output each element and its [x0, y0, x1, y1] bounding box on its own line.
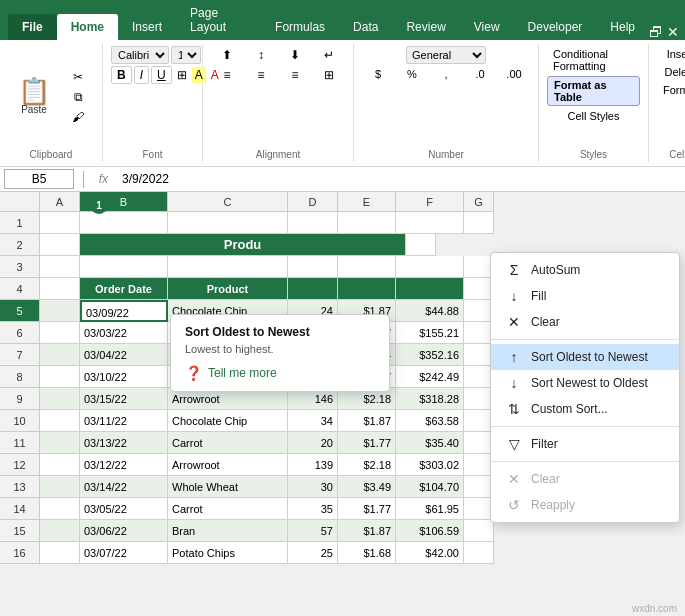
cell-c10[interactable]: Chocolate Chip: [168, 410, 288, 432]
cell-a4[interactable]: [40, 278, 80, 300]
cell-d10[interactable]: 34: [288, 410, 338, 432]
cell-b6[interactable]: 03/03/22: [80, 322, 168, 344]
cell-f14[interactable]: $61.95: [396, 498, 464, 520]
cell-d14[interactable]: 35: [288, 498, 338, 520]
cell-g2[interactable]: [406, 234, 436, 256]
row-header-2[interactable]: 2: [0, 234, 40, 256]
align-middle-button[interactable]: ↕: [245, 46, 277, 64]
cell-b15[interactable]: 03/06/22: [80, 520, 168, 542]
cell-a5[interactable]: [40, 300, 80, 322]
tab-formulas[interactable]: Formulas: [261, 14, 339, 40]
cell-f15[interactable]: $106.59: [396, 520, 464, 542]
cell-e4[interactable]: [338, 278, 396, 300]
cell-b4[interactable]: Order Date: [80, 278, 168, 300]
delete-cells-button[interactable]: Delete: [659, 64, 685, 80]
col-header-a[interactable]: A: [40, 192, 80, 212]
align-left-button[interactable]: ≡: [211, 66, 243, 84]
cell-reference-input[interactable]: [4, 169, 74, 189]
dropdown-item-filter[interactable]: ▽ Filter: [491, 431, 679, 457]
cell-d12[interactable]: 139: [288, 454, 338, 476]
tab-data[interactable]: Data: [339, 14, 392, 40]
row-header-13[interactable]: 13: [0, 476, 40, 498]
row-header-8[interactable]: 8: [0, 366, 40, 388]
cell-a8[interactable]: [40, 366, 80, 388]
cell-f10[interactable]: $63.58: [396, 410, 464, 432]
cell-e1[interactable]: [338, 212, 396, 234]
cell-d1[interactable]: [288, 212, 338, 234]
cell-f9[interactable]: $318.28: [396, 388, 464, 410]
cell-d3[interactable]: [288, 256, 338, 278]
cell-e12[interactable]: $2.18: [338, 454, 396, 476]
cell-a1[interactable]: [40, 212, 80, 234]
copy-button[interactable]: ⧉: [62, 88, 94, 106]
cell-c15[interactable]: Bran: [168, 520, 288, 542]
format-as-table-button[interactable]: Format as Table: [547, 76, 640, 106]
cell-styles-button[interactable]: Cell Styles: [562, 108, 626, 124]
cell-b11[interactable]: 03/13/22: [80, 432, 168, 454]
close-icon[interactable]: ✕: [667, 24, 679, 40]
cell-a6[interactable]: [40, 322, 80, 344]
cell-c16[interactable]: Potato Chips: [168, 542, 288, 564]
row-header-11[interactable]: 11: [0, 432, 40, 454]
row-header-14[interactable]: 14: [0, 498, 40, 520]
cell-e16[interactable]: $1.68: [338, 542, 396, 564]
col-header-c[interactable]: C: [168, 192, 288, 212]
format-painter-button[interactable]: 🖌: [62, 108, 94, 126]
number-format-select[interactable]: General: [406, 46, 486, 64]
cell-a15[interactable]: [40, 520, 80, 542]
insert-cells-button[interactable]: Insert: [661, 46, 685, 62]
cell-a12[interactable]: [40, 454, 80, 476]
dropdown-item-fill[interactable]: ↓ Fill: [491, 283, 679, 309]
border-button[interactable]: ⊞: [174, 67, 190, 83]
cell-d16[interactable]: 25: [288, 542, 338, 564]
cell-f8[interactable]: $242.49: [396, 366, 464, 388]
cell-g15[interactable]: [464, 520, 494, 542]
cell-a10[interactable]: [40, 410, 80, 432]
cell-f13[interactable]: $104.70: [396, 476, 464, 498]
cell-a14[interactable]: [40, 498, 80, 520]
comma-button[interactable]: ,: [430, 66, 462, 82]
cell-f5[interactable]: $44.88: [396, 300, 464, 322]
font-family-select[interactable]: Calibri: [111, 46, 169, 64]
col-header-g[interactable]: G: [464, 192, 494, 212]
row-header-6[interactable]: 6: [0, 322, 40, 344]
formula-input[interactable]: [116, 170, 681, 188]
row-header-15[interactable]: 15: [0, 520, 40, 542]
cell-f3[interactable]: [396, 256, 464, 278]
cell-d15[interactable]: 57: [288, 520, 338, 542]
increase-decimal-button[interactable]: .0: [464, 66, 496, 82]
cell-e14[interactable]: $1.77: [338, 498, 396, 520]
dropdown-item-custom-sort[interactable]: ⇅ Custom Sort...: [491, 396, 679, 422]
underline-button[interactable]: U: [151, 66, 172, 84]
dropdown-item-sort-newest[interactable]: ↓ Sort Newest to Oldest: [491, 370, 679, 396]
dropdown-item-clear[interactable]: ✕ Clear: [491, 309, 679, 335]
cell-c3[interactable]: [168, 256, 288, 278]
col-header-f[interactable]: F: [396, 192, 464, 212]
cell-g1[interactable]: [464, 212, 494, 234]
cell-e10[interactable]: $1.87: [338, 410, 396, 432]
cell-c14[interactable]: Carrot: [168, 498, 288, 520]
align-right-button[interactable]: ≡: [279, 66, 311, 84]
row-header-7[interactable]: 7: [0, 344, 40, 366]
col-header-e[interactable]: E: [338, 192, 396, 212]
cell-b9[interactable]: 03/15/22: [80, 388, 168, 410]
cut-button[interactable]: ✂: [62, 68, 94, 86]
cell-f16[interactable]: $42.00: [396, 542, 464, 564]
cell-e3[interactable]: [338, 256, 396, 278]
dropdown-item-autosum[interactable]: Σ AutoSum: [491, 257, 679, 283]
cell-b14[interactable]: 03/05/22: [80, 498, 168, 520]
cell-c12[interactable]: Arrowroot: [168, 454, 288, 476]
cell-c1[interactable]: [168, 212, 288, 234]
tab-developer[interactable]: Developer: [514, 14, 597, 40]
cell-f4[interactable]: [396, 278, 464, 300]
cell-d13[interactable]: 30: [288, 476, 338, 498]
cell-d11[interactable]: 20: [288, 432, 338, 454]
cell-e11[interactable]: $1.77: [338, 432, 396, 454]
paste-button[interactable]: 📋 Paste: [8, 74, 60, 119]
cell-b10[interactable]: 03/11/22: [80, 410, 168, 432]
tab-page-layout[interactable]: Page Layout: [176, 0, 261, 40]
cell-f12[interactable]: $303.02: [396, 454, 464, 476]
tab-home[interactable]: Home: [57, 14, 118, 40]
percent-button[interactable]: %: [396, 66, 428, 82]
tab-review[interactable]: Review: [392, 14, 459, 40]
